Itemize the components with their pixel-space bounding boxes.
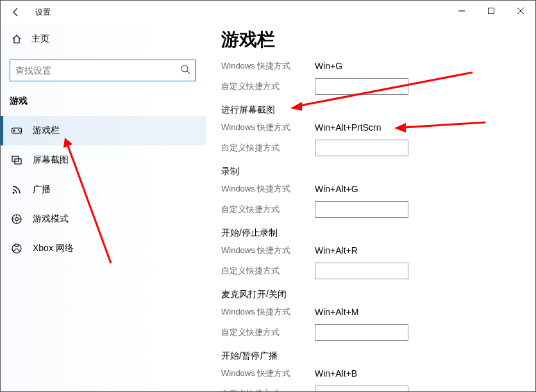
search-input[interactable] [10, 60, 196, 81]
value-win-shortcut: Win+Alt+M [315, 307, 430, 317]
label-win-shortcut: Windows 快捷方式 [221, 60, 315, 72]
nav-item-gamebar[interactable]: 游戏栏 [1, 116, 206, 145]
label-win-shortcut: Windows 快捷方式 [221, 122, 315, 133]
home-row[interactable]: 主页 [10, 26, 197, 52]
category-header: 游戏 [10, 95, 197, 107]
nav-list: 游戏栏 屏幕截图 广播 游戏模式 [1, 116, 206, 263]
window-title: 设置 [31, 7, 51, 18]
nav-label: 广播 [33, 184, 51, 195]
row-custom-shortcut: 自定义快捷方式 [221, 261, 530, 281]
row-win-shortcut: Windows 快捷方式 Win+G [221, 56, 530, 76]
label-win-shortcut: Windows 快捷方式 [221, 368, 315, 379]
group-title: 麦克风打开/关闭 [221, 289, 530, 300]
svg-point-1 [181, 65, 188, 72]
maximize-button[interactable] [476, 1, 506, 21]
group-title: 录制 [221, 166, 530, 177]
sidebar: 主页 游戏 游戏栏 屏幕截图 [1, 24, 206, 391]
input-custom-shortcut[interactable] [315, 140, 408, 156]
xbox-icon [10, 243, 24, 254]
label-win-shortcut: Windows 快捷方式 [221, 306, 315, 318]
content: 游戏栏 Windows 快捷方式 Win+G 自定义快捷方式 进行屏幕截图Win… [221, 28, 530, 391]
label-custom-shortcut: 自定义快捷方式 [221, 204, 315, 215]
svg-point-3 [18, 129, 19, 131]
group-title: 进行屏幕截图 [221, 104, 530, 116]
svg-rect-0 [489, 8, 494, 14]
row-custom-shortcut: 自定义快捷方式 [221, 76, 530, 97]
nav-item-broadcast[interactable]: 广播 [1, 175, 206, 204]
svg-point-9 [15, 218, 19, 221]
capture-icon [10, 154, 24, 166]
value-win-shortcut: Win+Alt+R [315, 245, 430, 256]
nav-item-gamemode[interactable]: 游戏模式 [1, 204, 206, 234]
nav-label: 屏幕截图 [33, 154, 69, 166]
titlebar: 设置 [1, 1, 535, 24]
group-title: 开始/停止录制 [221, 227, 530, 239]
label-win-shortcut: Windows 快捷方式 [221, 183, 315, 195]
svg-point-7 [13, 192, 15, 194]
row-custom-shortcut: 自定义快捷方式 [221, 322, 530, 343]
value-win-shortcut: Win+Alt+G [315, 184, 430, 194]
label-custom-shortcut: 自定义快捷方式 [221, 327, 315, 338]
label-custom-shortcut: 自定义快捷方式 [221, 81, 315, 92]
row-win-shortcut: Windows 快捷方式Win+Alt+M [221, 302, 530, 322]
label-custom-shortcut: 自定义快捷方式 [221, 142, 315, 154]
gamemode-icon [10, 213, 24, 225]
back-button[interactable] [1, 1, 31, 24]
arrow-left-icon [11, 7, 21, 17]
page-title: 游戏栏 [221, 28, 530, 52]
row-win-shortcut: Windows 快捷方式Win+Alt+G [221, 179, 530, 199]
value-win-shortcut: Win+G [315, 61, 430, 71]
nav-label: 游戏栏 [33, 125, 60, 136]
search-wrap [10, 60, 196, 81]
label-custom-shortcut: 自定义快捷方式 [221, 388, 315, 391]
nav-item-capture[interactable]: 屏幕截图 [1, 145, 206, 175]
row-custom-shortcut: 自定义快捷方式 [221, 199, 530, 220]
row-win-shortcut: Windows 快捷方式Win+Alt+B [221, 363, 530, 384]
home-label: 主页 [31, 33, 49, 45]
group-title: 开始/暂停广播 [221, 350, 530, 362]
label-win-shortcut: Windows 快捷方式 [221, 245, 315, 256]
input-custom-shortcut[interactable] [315, 201, 408, 218]
row-custom-shortcut: 自定义快捷方式 [221, 384, 530, 391]
broadcast-icon [10, 184, 24, 195]
row-win-shortcut: Windows 快捷方式Win+Alt+R [221, 240, 530, 261]
nav-label: Xbox 网络 [33, 243, 74, 254]
row-custom-shortcut: 自定义快捷方式 [221, 138, 530, 158]
window-controls [447, 1, 535, 21]
gamebar-icon [10, 125, 24, 136]
settings-window: 设置 主页 游戏 游戏栏 [0, 0, 536, 392]
label-custom-shortcut: 自定义快捷方式 [221, 265, 315, 277]
minimize-button[interactable] [447, 1, 476, 21]
input-custom-shortcut[interactable] [315, 324, 408, 341]
input-custom-shortcut[interactable] [315, 78, 408, 95]
value-win-shortcut: Win+Alt+PrtScrn [315, 122, 430, 133]
home-icon [10, 34, 24, 44]
row-win-shortcut: Windows 快捷方式Win+Alt+PrtScrn [221, 117, 530, 138]
value-win-shortcut: Win+Alt+B [315, 368, 430, 379]
input-custom-shortcut[interactable] [315, 386, 408, 391]
svg-point-4 [19, 131, 21, 132]
input-custom-shortcut[interactable] [315, 263, 408, 279]
close-button[interactable] [506, 1, 535, 21]
search-icon [180, 64, 190, 76]
nav-item-xbox[interactable]: Xbox 网络 [1, 234, 206, 263]
nav-label: 游戏模式 [33, 213, 69, 225]
